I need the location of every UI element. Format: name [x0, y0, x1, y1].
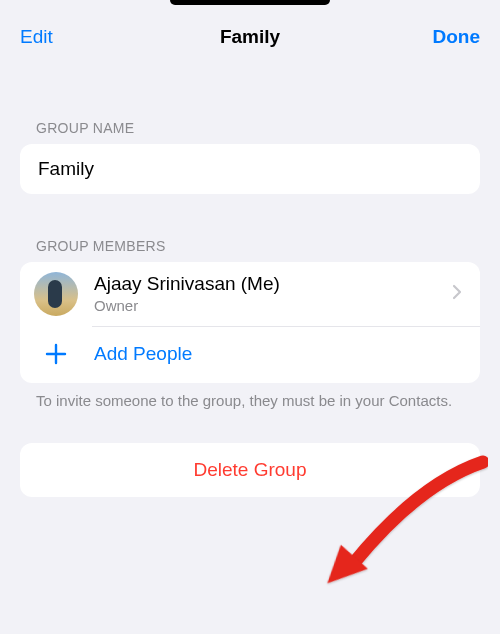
group-name-input[interactable]	[38, 158, 462, 180]
group-members-footer: To invite someone to the group, they mus…	[0, 383, 500, 411]
nav-bar: Edit Family Done	[0, 12, 500, 58]
done-button[interactable]: Done	[420, 26, 480, 48]
member-name: Ajaay Srinivasan (Me)	[94, 273, 452, 296]
device-notch	[170, 0, 330, 5]
group-members-header: GROUP MEMBERS	[0, 238, 500, 262]
group-members-list: Ajaay Srinivasan (Me) Owner Add People	[20, 262, 480, 383]
group-name-header: GROUP NAME	[0, 120, 500, 144]
delete-group-button[interactable]: Delete Group	[20, 443, 480, 497]
add-people-row[interactable]: Add People	[20, 327, 480, 383]
member-role: Owner	[94, 297, 452, 315]
delete-group-label: Delete Group	[193, 459, 306, 480]
group-name-cell	[20, 144, 480, 194]
member-text: Ajaay Srinivasan (Me) Owner	[78, 273, 452, 315]
edit-button[interactable]: Edit	[20, 26, 80, 48]
modal-sheet: Edit Family Done GROUP NAME GROUP MEMBER…	[0, 12, 500, 634]
member-row[interactable]: Ajaay Srinivasan (Me) Owner	[20, 262, 480, 326]
chevron-right-icon	[452, 284, 466, 304]
page-title: Family	[80, 26, 420, 48]
add-people-label: Add People	[78, 343, 192, 365]
plus-icon	[34, 343, 78, 365]
avatar	[34, 272, 78, 316]
